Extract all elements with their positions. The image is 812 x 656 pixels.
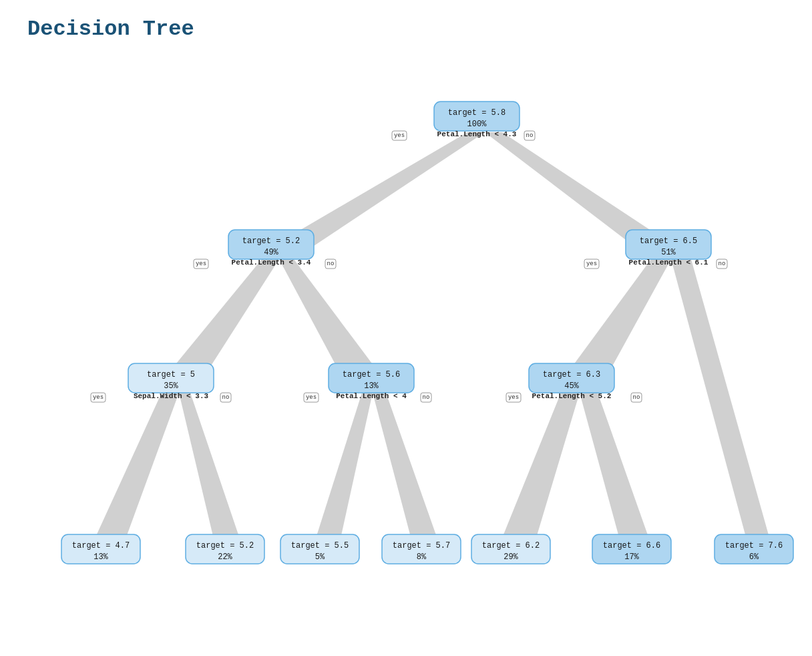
node-rr3: target = 7.6 6% xyxy=(715,534,793,564)
svg-text:29%: 29% xyxy=(503,552,518,562)
svg-text:49%: 49% xyxy=(264,248,278,257)
svg-text:target = 6.5: target = 6.5 xyxy=(640,236,697,246)
svg-text:Petal.Length < 6.1: Petal.Length < 6.1 xyxy=(629,259,708,267)
svg-text:35%: 35% xyxy=(164,381,178,391)
tree-container: target = 5.8 100% yes Petal.Length < 4.3… xyxy=(0,53,812,655)
svg-text:8%: 8% xyxy=(417,552,427,562)
svg-text:5%: 5% xyxy=(315,552,325,562)
svg-text:51%: 51% xyxy=(661,248,676,257)
svg-text:no: no xyxy=(719,261,726,267)
svg-text:target = 5.8: target = 5.8 xyxy=(448,108,505,118)
node-root: target = 5.8 100% yes Petal.Length < 4.3… xyxy=(392,102,535,140)
edge-rl2-rlr3 xyxy=(580,393,651,544)
svg-text:22%: 22% xyxy=(218,552,232,562)
svg-text:target = 6.2: target = 6.2 xyxy=(482,541,540,550)
svg-text:no: no xyxy=(327,261,335,267)
svg-text:target = 6.3: target = 6.3 xyxy=(543,370,600,379)
svg-text:target = 5.2: target = 5.2 xyxy=(242,236,300,246)
svg-text:target = 4.7: target = 4.7 xyxy=(72,541,130,550)
node-lr2: target = 5.6 13% yes Petal.Length < 4 no xyxy=(304,363,431,402)
node-lll3: target = 4.7 13% xyxy=(61,534,140,564)
svg-text:yes: yes xyxy=(586,261,597,267)
edge-lr2-lrl3 xyxy=(314,393,373,544)
node-lrl3: target = 5.5 5% xyxy=(280,534,359,564)
svg-text:target = 5.5: target = 5.5 xyxy=(291,541,349,550)
svg-text:6%: 6% xyxy=(749,552,759,562)
svg-text:no: no xyxy=(526,132,534,139)
svg-text:target = 6.6: target = 6.6 xyxy=(603,541,660,550)
svg-text:no: no xyxy=(633,394,640,401)
svg-text:yes: yes xyxy=(196,261,206,267)
node-rlr3: target = 6.6 17% xyxy=(592,534,671,564)
svg-text:no: no xyxy=(423,394,430,401)
svg-text:Petal.Length < 5.2: Petal.Length < 5.2 xyxy=(532,392,612,400)
svg-text:yes: yes xyxy=(394,132,405,139)
edge-r1-rr3 xyxy=(671,259,771,544)
svg-text:100%: 100% xyxy=(467,120,487,129)
node-rll3: target = 6.2 29% xyxy=(471,534,550,564)
node-llr3: target = 5.2 22% xyxy=(186,534,264,564)
svg-text:target = 5.2: target = 5.2 xyxy=(196,541,254,550)
edge-lr2-lrr3 xyxy=(373,393,439,544)
svg-text:yes: yes xyxy=(93,394,104,401)
svg-text:Sepal.Width < 3.3: Sepal.Width < 3.3 xyxy=(134,392,209,400)
svg-text:Petal.Length < 4: Petal.Length < 4 xyxy=(336,392,407,400)
edge-rl2-rll3 xyxy=(499,393,580,544)
edge-ll2-lll3 xyxy=(92,393,179,544)
svg-text:13%: 13% xyxy=(93,552,108,562)
node-r1: target = 6.5 51% yes Petal.Length < 6.1 … xyxy=(584,230,727,269)
svg-text:target = 7.6: target = 7.6 xyxy=(725,541,783,550)
svg-text:17%: 17% xyxy=(624,552,639,562)
page-title: Decision Tree xyxy=(27,17,194,41)
svg-text:13%: 13% xyxy=(364,381,379,391)
svg-text:Petal.Length < 4.3: Petal.Length < 4.3 xyxy=(437,130,517,138)
svg-text:Petal.Length < 3.4: Petal.Length < 3.4 xyxy=(232,259,311,267)
tree-svg: target = 5.8 100% yes Petal.Length < 4.3… xyxy=(0,53,812,655)
svg-text:yes: yes xyxy=(508,394,519,401)
node-rl2: target = 6.3 45% yes Petal.Length < 5.2 … xyxy=(506,363,642,402)
svg-text:target = 5.7: target = 5.7 xyxy=(393,541,450,550)
svg-text:yes: yes xyxy=(306,394,317,401)
svg-text:target = 5: target = 5 xyxy=(147,370,195,379)
node-lrr3: target = 5.7 8% xyxy=(382,534,461,564)
svg-text:target = 5.6: target = 5.6 xyxy=(343,370,400,379)
node-ll2: target = 5 35% yes Sepal.Width < 3.3 no xyxy=(91,363,231,402)
svg-text:45%: 45% xyxy=(564,381,579,391)
svg-text:no: no xyxy=(222,394,230,401)
edge-ll2-llr3 xyxy=(179,393,242,544)
